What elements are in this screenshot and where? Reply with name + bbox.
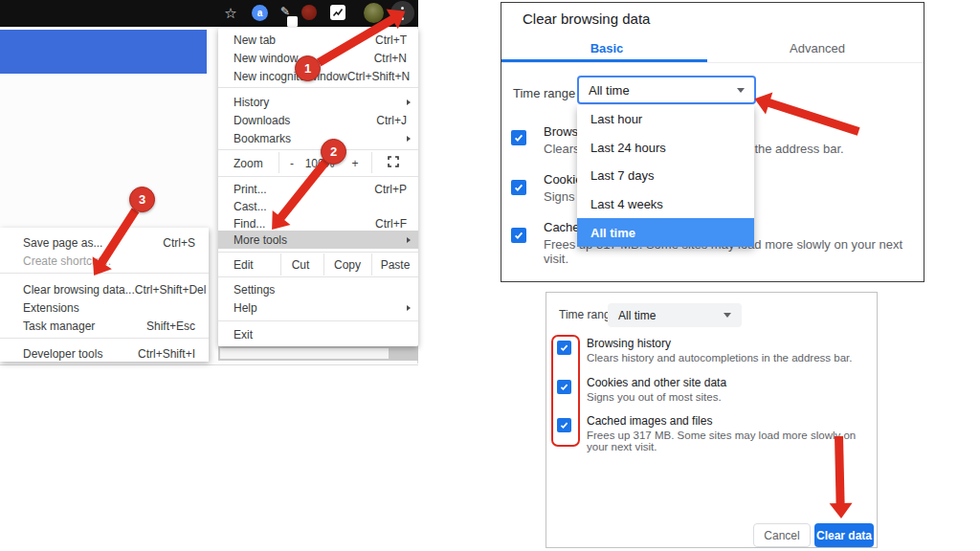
submenu-arrow-icon (407, 99, 411, 105)
tab-advanced[interactable]: Advanced (712, 41, 923, 55)
browser-toolbar: ☆ a ✎ (0, 0, 418, 27)
menu-separator (218, 87, 418, 88)
extension-icon-red[interactable] (301, 5, 317, 20)
menu-separator (218, 252, 418, 253)
menu-item-new-tab[interactable]: New tab Ctrl+T (218, 31, 418, 49)
checkbox-cookies[interactable] (511, 180, 526, 195)
tab-divider (501, 62, 924, 63)
row-browsing-history[interactable]: Browsing history Clears history and auto… (587, 337, 871, 364)
checkbox-browsing-history[interactable] (557, 341, 571, 355)
chevron-down-icon (724, 313, 731, 318)
submenu-item-developer-tools[interactable]: Developer tools Ctrl+Shift+I (0, 344, 209, 363)
menu-separator (218, 320, 418, 321)
menu-item-downloads[interactable]: Downloads Ctrl+J (218, 111, 418, 129)
menu-item-settings[interactable]: Settings (218, 280, 418, 298)
submenu-arrow-icon (407, 305, 411, 311)
submenu-item-extensions[interactable]: Extensions (0, 298, 209, 317)
edit-cut-button[interactable]: Cut (281, 258, 320, 272)
zoom-in-button[interactable]: + (346, 157, 364, 170)
time-range-value: All time (589, 83, 630, 98)
time-range-option-list: Last hour Last 24 hours Last 7 days Last… (577, 105, 754, 247)
clear-browsing-data-dialog: Clear browsing data Basic Advanced Time … (501, 2, 924, 282)
time-range-select[interactable]: All time (608, 303, 742, 327)
checkbox-cached[interactable] (511, 228, 526, 243)
menu-separator (218, 276, 418, 277)
menu-item-help[interactable]: Help (218, 298, 418, 317)
menu-item-history[interactable]: History (218, 93, 418, 111)
submenu-item-task-manager[interactable]: Task manager Shift+Esc (0, 317, 209, 335)
option-last-hour[interactable]: Last hour (577, 105, 754, 134)
time-range-value: All time (618, 309, 656, 322)
extension-icon-blue[interactable]: a (252, 5, 268, 21)
submenu-arrow-icon (407, 237, 411, 243)
clear-data-button[interactable]: Clear data (814, 523, 874, 547)
menu-column-divider (278, 152, 279, 173)
notification-square-icon (287, 16, 298, 27)
more-tools-submenu: Save page as... Ctrl+S Create shortcut..… (0, 228, 209, 362)
clear-browsing-data-confirm-panel: Time range All time Browsing history Cle… (546, 292, 878, 548)
menu-item-bookmarks[interactable]: Bookmarks (218, 129, 418, 147)
zoom-out-button[interactable]: - (283, 157, 301, 170)
page-scrollbar[interactable] (218, 346, 418, 361)
step-badge-1: 1 (295, 55, 321, 81)
cancel-button[interactable]: Cancel (753, 523, 811, 547)
menu-item-cast[interactable]: Cast... (218, 197, 418, 215)
submenu-arrow-icon (407, 136, 411, 142)
option-all-time[interactable]: All time (577, 218, 754, 247)
edit-paste-button[interactable]: Paste (373, 258, 417, 272)
option-last-7-days[interactable]: Last 7 days (577, 162, 754, 190)
time-range-label: Time range (513, 86, 575, 100)
menu-column-divider (323, 253, 324, 276)
annotation-arrow-clear-data (839, 436, 841, 518)
chevron-down-icon (737, 88, 745, 93)
browser-screenshot: ☆ a ✎ New tab Ctrl+T New window Ctrl+ (0, 0, 418, 365)
menu-column-divider (371, 152, 372, 173)
submenu-item-clear-browsing-data[interactable]: Clear browsing data... Ctrl+Shift+Del (0, 280, 209, 298)
tab-basic[interactable]: Basic (501, 41, 712, 55)
checkbox-cookies[interactable] (557, 380, 571, 394)
row-cookies[interactable]: Cookies and other site data Signs you ou… (587, 376, 871, 403)
step-badge-2: 2 (321, 139, 346, 165)
menu-separator (0, 338, 209, 339)
menu-item-print[interactable]: Print... Ctrl+P (218, 180, 418, 198)
menu-separator (218, 149, 418, 150)
time-range-select[interactable]: All time (577, 76, 756, 104)
checkbox-browsing-history[interactable] (511, 130, 526, 145)
edit-copy-button[interactable]: Copy (327, 258, 368, 272)
dialog-title: Clear browsing data (523, 11, 650, 27)
extension-icon-chart[interactable] (330, 5, 345, 20)
menu-item-exit[interactable]: Exit (218, 325, 418, 343)
fullscreen-icon[interactable] (381, 156, 406, 170)
menu-column-divider (371, 253, 372, 276)
step-badge-3: 3 (129, 187, 155, 212)
option-last-4-weeks[interactable]: Last 4 weeks (577, 190, 754, 219)
submenu-item-save-page-as[interactable]: Save page as... Ctrl+S (0, 233, 209, 252)
menu-item-more-tools[interactable]: More tools (218, 231, 418, 249)
option-last-24-hours[interactable]: Last 24 hours (577, 134, 754, 163)
bookmark-star-icon[interactable]: ☆ (221, 3, 240, 24)
active-tab-underline (501, 59, 707, 62)
row-cached[interactable]: Cached images and files Frees up 317 MB.… (587, 414, 871, 452)
tutorial-canvas: ☆ a ✎ New tab Ctrl+T New window Ctrl+ (0, 0, 980, 551)
page-header-block (0, 30, 207, 74)
checkbox-cached[interactable] (557, 418, 571, 432)
